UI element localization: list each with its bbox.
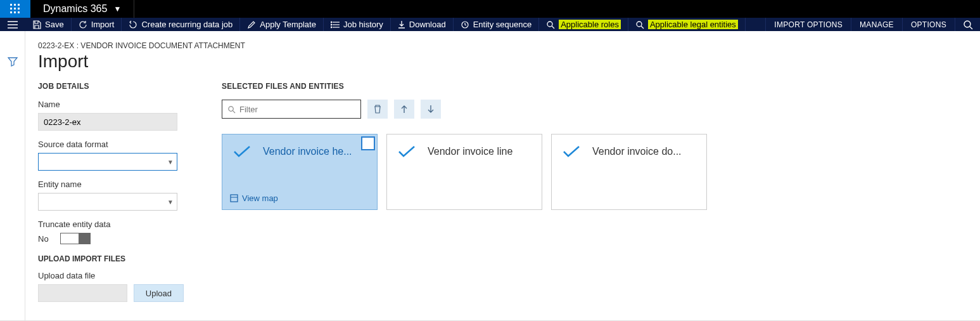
map-icon — [230, 194, 238, 202]
search-icon — [227, 105, 236, 114]
entity-card-vendor-invoice-document[interactable]: Vendor invoice do... — [551, 134, 707, 210]
action-label: Apply Template — [260, 20, 316, 29]
action-label: Import — [91, 20, 115, 29]
recurring-icon — [129, 20, 137, 29]
sequence-icon — [461, 20, 469, 29]
waffle-icon — [10, 4, 20, 14]
search-button[interactable] — [955, 18, 980, 31]
action-label: Applicable roles — [559, 20, 621, 29]
action-label: Create recurring data job — [141, 20, 232, 29]
svg-line-24 — [970, 27, 972, 29]
svg-point-21 — [637, 22, 642, 27]
entity-sequence-button[interactable]: Entity sequence — [453, 18, 539, 31]
svg-line-26 — [232, 110, 235, 113]
view-map-link[interactable]: View map — [230, 193, 278, 203]
job-history-button[interactable]: Job history — [323, 18, 390, 31]
svg-point-23 — [964, 21, 970, 27]
check-icon — [397, 145, 416, 159]
top-bar: Dynamics 365 ▼ — [0, 0, 980, 18]
move-down-button[interactable] — [421, 100, 441, 119]
svg-point-19 — [547, 22, 552, 27]
apply-template-button[interactable]: Apply Template — [239, 18, 323, 31]
delete-button[interactable] — [367, 100, 388, 119]
trash-icon — [373, 104, 382, 114]
svg-rect-5 — [18, 8, 20, 10]
save-icon — [32, 20, 41, 29]
list-icon — [331, 21, 340, 29]
refresh-icon — [79, 20, 87, 29]
source-format-select[interactable] — [38, 153, 177, 171]
filter-pane-button[interactable] — [8, 56, 18, 67]
search-icon — [546, 20, 555, 29]
svg-rect-4 — [14, 8, 16, 10]
import-options-tab[interactable]: IMPORT OPTIONS — [765, 18, 851, 31]
card-checkbox[interactable] — [361, 136, 375, 150]
options-tab[interactable]: OPTIONS — [902, 18, 955, 31]
truncate-toggle[interactable] — [60, 233, 91, 244]
entity-card-vendor-invoice-line[interactable]: Vendor invoice line — [386, 134, 542, 210]
tab-label: MANAGE — [860, 20, 894, 29]
pencil-icon — [247, 20, 256, 29]
arrow-up-icon — [400, 105, 408, 114]
app-launcher-button[interactable] — [0, 0, 30, 18]
job-details-header: JOB DETAILS — [38, 82, 184, 91]
entity-name-select[interactable] — [38, 193, 177, 211]
breadcrumb: 0223-2-EX : VENDOR INVOICE DOCUMENT ATTA… — [38, 41, 967, 50]
card-title: Vendor invoice he... — [263, 146, 367, 157]
funnel-icon — [8, 56, 18, 67]
action-label: Save — [45, 20, 64, 29]
entity-card-vendor-invoice-header[interactable]: Vendor invoice he... View map — [222, 134, 378, 210]
truncate-value: No — [38, 234, 49, 244]
save-button[interactable]: Save — [25, 18, 71, 31]
svg-rect-27 — [231, 195, 238, 202]
filter-input[interactable] — [239, 105, 355, 114]
svg-rect-2 — [18, 4, 20, 6]
svg-rect-3 — [10, 8, 12, 10]
page-title: Import — [38, 51, 967, 72]
brand-dropdown[interactable]: Dynamics 365 ▼ — [30, 0, 134, 18]
action-label: Entity sequence — [473, 20, 532, 29]
upload-file-label: Upload data file — [38, 271, 184, 280]
svg-point-25 — [229, 106, 233, 110]
svg-rect-8 — [18, 11, 20, 13]
svg-rect-7 — [14, 11, 16, 13]
create-recurring-button[interactable]: Create recurring data job — [121, 18, 239, 31]
download-icon — [398, 20, 405, 29]
check-icon — [562, 145, 581, 159]
view-map-label: View map — [242, 193, 278, 203]
svg-point-15 — [331, 22, 332, 23]
upload-button[interactable]: Upload — [134, 284, 184, 302]
arrow-down-icon — [427, 105, 435, 114]
name-label: Name — [38, 100, 184, 109]
applicable-legal-entities-button[interactable]: Applicable legal entities — [628, 18, 745, 31]
card-title: Vendor invoice line — [428, 146, 531, 157]
upload-header: UPLOAD IMPORT FILES — [38, 254, 184, 263]
truncate-label: Truncate entity data — [38, 219, 184, 229]
download-button[interactable]: Download — [390, 18, 453, 31]
name-input[interactable] — [38, 113, 177, 131]
source-format-label: Source data format — [38, 140, 184, 149]
move-up-button[interactable] — [394, 100, 414, 119]
svg-point-16 — [331, 24, 332, 25]
search-icon — [635, 20, 644, 29]
svg-point-17 — [331, 27, 332, 28]
brand-title: Dynamics 365 — [43, 3, 107, 15]
import-button[interactable]: Import — [71, 18, 122, 31]
svg-line-20 — [552, 26, 554, 29]
chevron-down-icon: ▼ — [113, 4, 121, 13]
tab-label: IMPORT OPTIONS — [774, 20, 843, 29]
tab-label: OPTIONS — [911, 20, 946, 29]
manage-tab[interactable]: MANAGE — [851, 18, 902, 31]
hamburger-button[interactable] — [0, 18, 25, 31]
svg-rect-6 — [10, 11, 12, 13]
search-icon — [963, 20, 973, 30]
upload-file-input[interactable] — [38, 284, 127, 302]
action-bar: Save Import Create recurring data job Ap… — [0, 18, 980, 31]
selected-files-header: SELECTED FILES AND ENTITIES — [222, 82, 967, 91]
applicable-roles-button[interactable]: Applicable roles — [538, 18, 628, 31]
svg-line-22 — [641, 26, 644, 29]
action-label: Applicable legal entities — [648, 20, 738, 29]
entity-name-label: Entity name — [38, 180, 184, 189]
filter-input-wrap[interactable] — [222, 100, 361, 119]
svg-rect-0 — [10, 4, 12, 6]
